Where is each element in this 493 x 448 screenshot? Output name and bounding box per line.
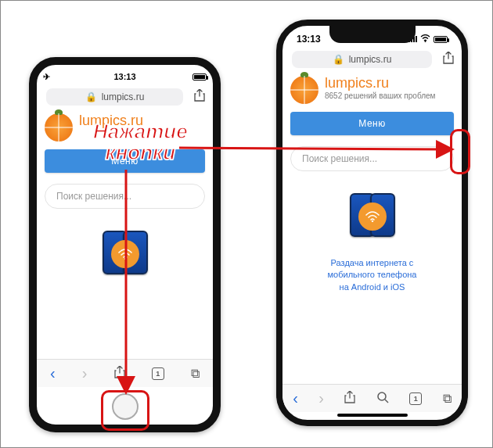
address-bar[interactable]: 🔒 lumpics.ru <box>46 88 183 106</box>
share-icon[interactable] <box>440 49 457 66</box>
status-time: 13:13 <box>113 72 135 81</box>
browser-toolbar: ‹ › 1 ⧉ <box>37 359 213 387</box>
menu-button[interactable]: Меню <box>290 112 454 135</box>
svg-point-0 <box>124 258 125 260</box>
address-domain: lumpics.ru <box>102 91 145 102</box>
tab-overview-button[interactable]: ⧉ <box>443 392 452 406</box>
site-logo-icon <box>290 76 318 104</box>
article-illustration <box>290 193 454 249</box>
svg-point-1 <box>425 41 426 42</box>
lock-icon: 🔒 <box>333 54 344 65</box>
wifi-icon <box>358 202 387 231</box>
site-logo-icon <box>45 113 73 142</box>
home-button[interactable] <box>112 393 139 420</box>
tabs-button[interactable]: 1 <box>409 392 422 405</box>
article-illustration <box>45 231 205 287</box>
back-button[interactable]: ‹ <box>50 364 56 382</box>
home-indicator[interactable] <box>337 414 408 417</box>
wifi-icon <box>111 240 139 268</box>
battery-icon <box>434 36 448 43</box>
article-link[interactable]: Раздача интернета с мобильного телефона … <box>290 257 454 293</box>
address-bar[interactable]: 🔒 lumpics.ru <box>292 51 432 68</box>
iphone-x-device: 13:13 🔒 lumpics.ru lumpics.ru 8652 решен… <box>276 20 468 426</box>
side-power-button[interactable] <box>463 143 466 181</box>
share-icon[interactable] <box>191 87 208 104</box>
address-domain: lumpics.ru <box>349 54 392 65</box>
search-icon[interactable] <box>376 391 389 407</box>
browser-toolbar: ‹ › 1 ⧉ <box>282 384 462 412</box>
lock-icon: 🔒 <box>85 91 97 102</box>
search-input[interactable]: Поиск решения... <box>45 184 205 209</box>
iphone-homebutton-device: ✈ 13:13 🔒 lumpics.ru lumpics.ru Меню Пои… <box>29 57 221 432</box>
site-tagline: 8652 решений ваших проблем <box>325 91 435 100</box>
back-button[interactable]: ‹ <box>293 389 298 407</box>
page-content: lumpics.ru 8652 решений ваших проблем Ме… <box>282 68 462 384</box>
forward-button[interactable]: › <box>82 364 88 382</box>
status-bar: ✈ 13:13 <box>37 68 213 85</box>
battery-icon <box>193 73 207 81</box>
notch <box>329 26 416 43</box>
search-input[interactable]: Поиск решения... <box>290 146 454 171</box>
svg-point-2 <box>371 220 372 222</box>
share-icon[interactable] <box>114 366 125 382</box>
airplane-icon: ✈ <box>43 72 50 82</box>
annotation-label: Нажатие кнопки <box>93 121 188 164</box>
site-name: lumpics.ru <box>325 76 435 91</box>
status-time: 13:13 <box>297 34 321 45</box>
tabs-button[interactable]: 1 <box>152 367 164 380</box>
wifi-icon <box>420 34 430 44</box>
share-icon[interactable] <box>344 391 355 407</box>
forward-button[interactable]: › <box>318 389 324 407</box>
tab-overview-button[interactable]: ⧉ <box>191 367 200 381</box>
svg-line-4 <box>385 400 388 403</box>
svg-point-3 <box>378 392 386 400</box>
